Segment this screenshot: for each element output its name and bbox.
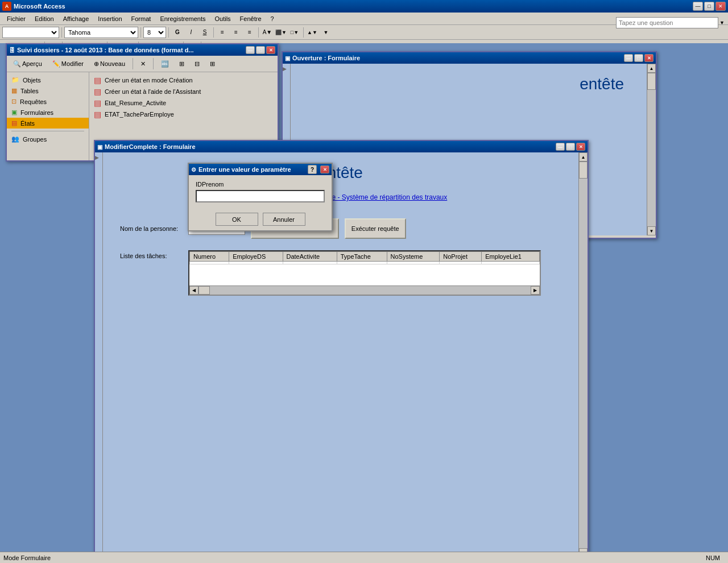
h-scroll-right[interactable]: ▶	[531, 286, 540, 295]
db-preview-btn[interactable]: 🔍 Aperçu	[9, 59, 46, 69]
dialog-cancel-btn[interactable]: Annuler	[263, 213, 305, 226]
menu-enregistrements[interactable]: Enregistrements	[155, 14, 210, 23]
form-scrollbar: ▲ ▼	[578, 152, 588, 557]
sep6	[303, 27, 304, 38]
main-minimize-btn[interactable]: —	[693, 2, 703, 11]
col-employe: EmployeDS	[229, 252, 283, 262]
main-close-btn[interactable]: ✕	[715, 2, 726, 11]
ouv-scroll-down[interactable]: ▼	[647, 226, 656, 235]
db-view1-btn[interactable]: ⊟	[191, 59, 204, 69]
db-nouveau-btn[interactable]: ⊕ Nouveau	[90, 59, 129, 69]
db-titlebar: 🗄 Suivi dossiers - 12 août 2013 : Base d…	[7, 44, 278, 56]
sidebar-item-tables[interactable]: ▦ Tables	[7, 85, 89, 96]
extra1-btn[interactable]: ▲▼	[306, 26, 318, 39]
font-size-selector[interactable]: 8	[143, 27, 166, 38]
form-scroll-up[interactable]: ▲	[579, 152, 588, 162]
col-type: TypeTache	[337, 252, 387, 262]
main-window-controls: — □ ✕	[693, 2, 726, 11]
h-scroll-left[interactable]: ◀	[189, 286, 198, 295]
db-item-creer-assistant[interactable]: ▤ Créer un état à l'aide de l'Assistant	[92, 86, 275, 97]
preview-icon: 🔍	[13, 60, 21, 68]
col-projet: NoProjet	[440, 252, 482, 262]
db-minimize-btn[interactable]: —	[246, 46, 255, 54]
ouv-scroll-track	[647, 73, 656, 226]
menu-fichier[interactable]: Fichier	[2, 14, 30, 23]
menu-format[interactable]: Format	[127, 14, 156, 23]
ouv-icon: ▣	[285, 55, 290, 61]
form-content-area: entête Modification du statut d'une tâch…	[103, 152, 578, 557]
sidebar-item-formulaires[interactable]: ▣ Formulaires	[7, 107, 89, 118]
status-bar: Mode Formulaire NUM	[0, 552, 728, 563]
extra2-btn[interactable]: ▼	[320, 26, 332, 39]
main-maximize-btn[interactable]: □	[704, 2, 714, 11]
ouv-scroll-up[interactable]: ▲	[647, 64, 656, 73]
db-title: Suivi dossiers - 12 août 2013 : Base de …	[17, 47, 243, 53]
ouv-minimize-btn[interactable]: —	[624, 54, 633, 62]
form-close-btn[interactable]: ✕	[576, 143, 585, 151]
ouv-maximize-btn[interactable]: □	[634, 54, 643, 62]
form-minimize-btn[interactable]: —	[556, 143, 565, 151]
align-left-btn[interactable]: ≡	[216, 26, 229, 39]
form-scroll-thumb[interactable]	[579, 162, 588, 179]
db-close-btn[interactable]: ✕	[266, 46, 275, 54]
requetes-icon: ⊡	[11, 98, 16, 105]
db-view2-btn[interactable]: ⊞	[206, 59, 219, 69]
h-scrollbar: ◀ ▶	[189, 285, 540, 295]
db-item-etat-resume[interactable]: ▤ Etat_Resume_Activite	[92, 97, 275, 109]
col-date: DateActivite	[283, 252, 337, 262]
db-delete-btn[interactable]: ✕	[136, 59, 150, 69]
ouv-scroll-thumb[interactable]	[647, 73, 656, 90]
bold-btn[interactable]: G	[171, 26, 184, 39]
underline-btn[interactable]: S	[198, 26, 211, 39]
form-maximize-btn[interactable]: □	[566, 143, 575, 151]
liste-table-container: Numero EmployeDS DateActivite TypeTache …	[188, 250, 541, 296]
dialog-close-btn[interactable]: ✕	[320, 165, 329, 173]
dialog-ok-btn[interactable]: OK	[216, 213, 258, 226]
db-sidebar-sep	[11, 131, 84, 131]
dialog-input[interactable]	[196, 190, 325, 202]
db-item-etat-tache[interactable]: ▤ ETAT_TacheParEmploye	[92, 109, 275, 120]
menu-outils[interactable]: Outils	[210, 14, 235, 23]
font-name-selector[interactable]: Tahoma	[64, 27, 138, 38]
menu-insertion[interactable]: Insertion	[93, 14, 126, 23]
sidebar-item-etats[interactable]: ▤ États	[7, 118, 89, 129]
sidebar-item-requetes[interactable]: ⊡ Requêtes	[7, 96, 89, 107]
form-subtitle-link[interactable]: Modification du statut d'une tâche - Sys…	[120, 193, 561, 201]
sidebar-item-objets[interactable]: 📁 Objets	[7, 74, 89, 85]
object-selector[interactable]	[2, 27, 59, 38]
menu-edition[interactable]: Edition	[30, 14, 59, 23]
menu-affichage[interactable]: Affichage	[59, 14, 94, 23]
dialog-help-btn[interactable]: ?	[308, 165, 317, 174]
question-input[interactable]	[616, 17, 718, 28]
ouv-close-btn[interactable]: ✕	[644, 54, 653, 62]
executer-btn[interactable]: Exécuter requête	[345, 218, 406, 239]
db-item-creer-mode[interactable]: ▤ Créer un état en mode Création	[92, 74, 275, 86]
form-icon: ▣	[97, 144, 102, 150]
nom-label: Nom de la personne:	[120, 225, 188, 232]
highlight-btn[interactable]: ⬛▼	[275, 26, 287, 39]
col-nosys: NoSysteme	[387, 252, 440, 262]
form-scroll-track	[579, 162, 588, 548]
creer-assistant-icon: ▤	[94, 87, 101, 96]
sidebar-item-groupes[interactable]: 👥 Groupes	[7, 134, 89, 144]
menu-fenetre[interactable]: Fenêtre	[235, 14, 266, 23]
h-scroll-thumb[interactable]	[198, 286, 210, 295]
creer-mode-icon: ▤	[94, 76, 101, 85]
form-body: ▶ entête Modification du statut d'une tâ…	[95, 152, 588, 557]
h-scroll-track	[210, 286, 531, 295]
border-btn[interactable]: □▼	[288, 26, 301, 39]
dialog-titlebar: ⚙ Entrer une valeur de paramètre ? ✕	[189, 164, 332, 175]
db-prop-btn[interactable]: ⊞	[175, 59, 188, 69]
ouv-entete: entête	[291, 64, 647, 99]
question-dropdown[interactable]: ▼	[719, 20, 725, 26]
color-btn[interactable]: A▼	[261, 26, 274, 39]
form-titlebar: ▣ ModifierComplete : Formulaire — □ ✕	[95, 141, 588, 152]
db-modifier-btn[interactable]: ✏️ Modifier	[48, 59, 88, 69]
italic-btn[interactable]: I	[185, 26, 197, 39]
db-maximize-btn[interactable]: □	[256, 46, 265, 54]
sep3	[168, 27, 169, 38]
db-rename-btn[interactable]: 🔤	[157, 59, 173, 69]
menu-help[interactable]: ?	[266, 14, 279, 23]
align-right-btn[interactable]: ≡	[243, 26, 256, 39]
align-center-btn[interactable]: ≡	[230, 26, 242, 39]
